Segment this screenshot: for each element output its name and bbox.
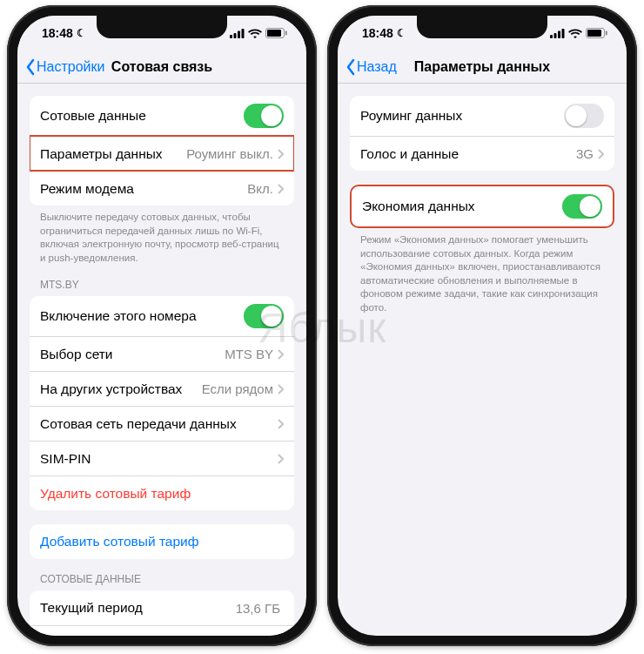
group-cellular: Сотовые данные Параметры данных Роуминг …	[30, 96, 294, 206]
row-low-data[interactable]: Экономия данных	[352, 186, 613, 226]
toggle-data-roaming[interactable]	[564, 104, 604, 128]
row-network-selection[interactable]: Выбор сети MTS BY	[30, 336, 294, 371]
label: Добавить сотовый тариф	[40, 534, 284, 549]
svg-rect-7	[550, 35, 553, 38]
svg-rect-12	[587, 30, 601, 37]
value: MTS BY	[225, 347, 273, 361]
value: 3G	[576, 146, 594, 161]
row-roaming-period[interactable]: Текущий период роуминга 0,4 КБ	[30, 625, 294, 636]
iphone-frame-left: 18:48 ☾ Настройки Сотовая связь Сотовые …	[7, 5, 317, 646]
svg-rect-9	[558, 30, 560, 38]
svg-rect-13	[606, 31, 607, 36]
chevron-left-icon	[24, 58, 37, 76]
footer-cellular: Выключите передачу сотовых данных, чтобы…	[17, 211, 306, 279]
label: Экономия данных	[362, 199, 562, 214]
iphone-frame-right: 18:48 ☾ Назад Параметры данных Роуминг д…	[327, 5, 637, 646]
notch	[417, 16, 547, 38]
back-button[interactable]: Настройки	[17, 58, 104, 76]
svg-rect-8	[554, 33, 557, 38]
back-button[interactable]: Назад	[338, 58, 397, 76]
toggle-line[interactable]	[244, 304, 284, 328]
header-usage: СОТОВЫЕ ДАННЫЕ	[17, 573, 306, 590]
row-voice-data[interactable]: Голос и данные 3G	[350, 136, 614, 171]
header-carrier: MTS.BY	[17, 279, 306, 296]
row-other-devices[interactable]: На других устройствах Если рядом	[30, 371, 294, 406]
back-label: Настройки	[37, 59, 104, 75]
svg-rect-2	[238, 30, 240, 38]
group-add-plan: Добавить сотовый тариф	[30, 524, 294, 559]
label: Параметры данных	[40, 146, 186, 162]
status-time: 18:48	[42, 26, 73, 40]
status-time: 18:48	[362, 26, 393, 40]
row-hotspot[interactable]: Режим модема Вкл.	[30, 171, 294, 206]
svg-rect-1	[234, 33, 237, 38]
status-right	[550, 28, 607, 38]
group-low-data: Экономия данных	[350, 185, 614, 228]
chevron-left-icon	[345, 58, 357, 76]
row-data-options[interactable]: Параметры данных Роуминг выкл.	[30, 136, 294, 171]
cellular-signal-icon	[230, 29, 245, 38]
chevron-right-icon	[277, 454, 284, 464]
row-add-plan[interactable]: Добавить сотовый тариф	[30, 524, 294, 559]
row-delete-plan[interactable]: Удалить сотовый тариф	[30, 475, 294, 510]
label: Режим модема	[40, 181, 247, 197]
battery-icon	[586, 28, 607, 38]
label: Голос и данные	[360, 146, 576, 162]
row-sim-pin[interactable]: SIM-PIN	[30, 441, 294, 475]
chevron-right-icon	[277, 149, 284, 159]
chevron-right-icon	[597, 149, 604, 159]
back-label: Назад	[357, 59, 397, 75]
label: На других устройствах	[40, 381, 202, 397]
toggle-low-data[interactable]	[562, 194, 602, 219]
svg-rect-3	[242, 29, 245, 38]
chevron-right-icon	[277, 184, 284, 194]
group-carrier: Включение этого номера Выбор сети MTS BY…	[30, 296, 294, 510]
do-not-disturb-icon: ☾	[77, 27, 86, 39]
cellular-signal-icon	[550, 29, 565, 38]
value: Если рядом	[202, 381, 273, 396]
row-data-roaming[interactable]: Роуминг данных	[350, 96, 614, 136]
screen: 18:48 ☾ Настройки Сотовая связь Сотовые …	[17, 16, 306, 636]
toggle-cellular-data[interactable]	[244, 104, 284, 128]
value: Вкл.	[247, 181, 273, 196]
nav-bar: Настройки Сотовая связь	[17, 51, 306, 84]
label: Сотовая сеть передачи данных	[40, 416, 277, 432]
battery-icon	[265, 28, 287, 38]
wifi-icon	[568, 29, 582, 38]
notch	[97, 16, 227, 38]
status-right	[230, 28, 287, 38]
label: Выбор сети	[40, 347, 225, 362]
chevron-right-icon	[277, 349, 284, 360]
nav-bar: Назад Параметры данных	[338, 51, 627, 84]
label: Роуминг данных	[360, 108, 564, 124]
group-usage: Текущий период 13,6 ГБ Текущий период ро…	[30, 590, 294, 636]
value: 13,6 ГБ	[236, 601, 280, 616]
row-cellular-data[interactable]: Сотовые данные	[30, 96, 294, 136]
wifi-icon	[248, 29, 262, 38]
row-current-period[interactable]: Текущий период 13,6 ГБ	[30, 590, 294, 625]
group-roaming-voice: Роуминг данных Голос и данные 3G	[350, 96, 614, 171]
svg-rect-0	[230, 35, 232, 38]
label: Сотовые данные	[40, 108, 244, 124]
svg-rect-6	[285, 31, 287, 36]
label: SIM-PIN	[40, 451, 277, 467]
svg-rect-5	[267, 30, 281, 37]
label: Текущий период	[40, 600, 236, 616]
do-not-disturb-icon: ☾	[397, 27, 406, 39]
value: Роуминг выкл.	[186, 146, 273, 161]
label: Удалить сотовый тариф	[40, 486, 284, 502]
svg-rect-10	[562, 29, 565, 38]
screen: 18:48 ☾ Назад Параметры данных Роуминг д…	[338, 16, 627, 636]
label: Включение этого номера	[40, 308, 244, 324]
chevron-right-icon	[277, 419, 284, 429]
content: Роуминг данных Голос и данные 3G Экономи…	[338, 84, 627, 636]
chevron-right-icon	[277, 384, 284, 394]
row-cellular-network[interactable]: Сотовая сеть передачи данных	[30, 406, 294, 441]
row-turn-on-line[interactable]: Включение этого номера	[30, 296, 294, 336]
content: Сотовые данные Параметры данных Роуминг …	[17, 84, 306, 636]
footer-low-data: Режим «Экономия данных» помогает уменьши…	[338, 233, 627, 328]
